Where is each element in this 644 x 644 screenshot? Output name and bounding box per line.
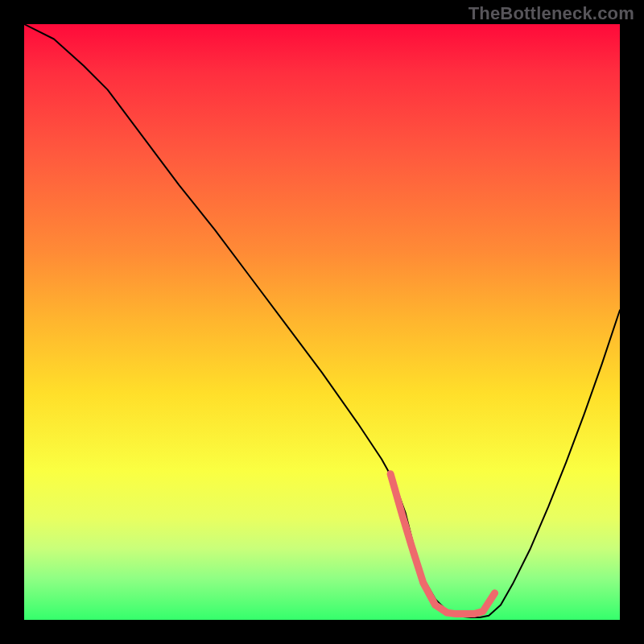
plot-area [24, 24, 620, 620]
chart-svg [24, 24, 620, 620]
watermark-text: TheBottleneck.com [469, 3, 634, 24]
chart-container: TheBottleneck.com [0, 0, 644, 644]
curve-path [24, 24, 620, 617]
highlight-path [390, 474, 494, 614]
